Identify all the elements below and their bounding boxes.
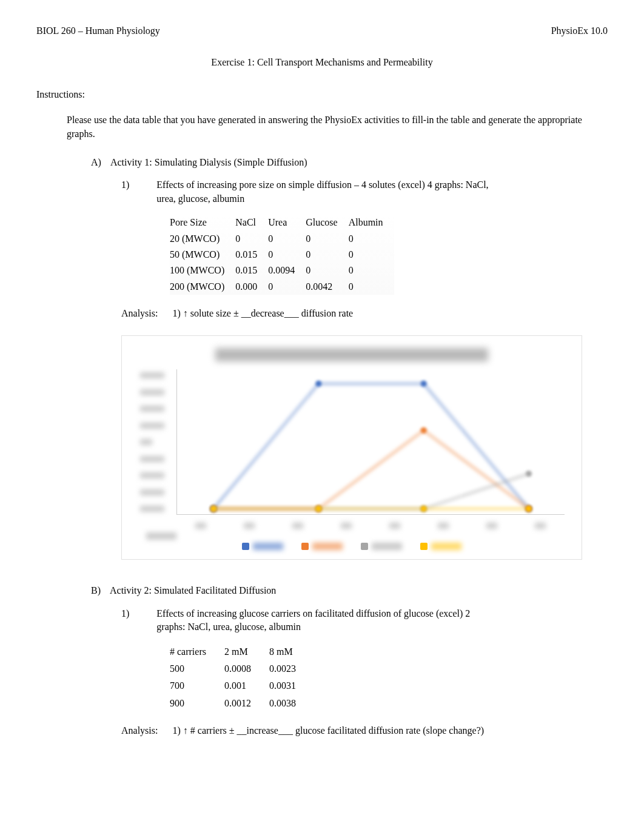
svg-point-12 — [210, 506, 216, 512]
cell: 0.0094 — [268, 263, 306, 278]
section-a-sub1-text: Effects of increasing pore size on simpl… — [156, 178, 490, 206]
course-header-right: PhysioEx 10.0 — [551, 24, 608, 38]
table-header-row: Pore Size NaCl Urea Glucose Albumin — [170, 215, 394, 230]
cell: 0.0031 — [269, 677, 314, 694]
exercise-title: Exercise 1: Cell Transport Mechanisms an… — [36, 56, 608, 69]
table-row: 20 (MWCO) 0 0 0 0 — [170, 231, 394, 247]
cell: 0 — [306, 263, 348, 278]
y-tick — [140, 423, 164, 429]
section-b-letter: B) — [91, 584, 101, 597]
cell: 0 — [349, 231, 394, 247]
analysis-a-text: 1) ↑ solute size ± __decrease___ diffusi… — [172, 308, 353, 318]
legend-label — [372, 543, 402, 550]
legend-item-albumin — [420, 543, 461, 550]
cell: 0.015 — [235, 247, 268, 263]
legend-label — [253, 543, 283, 550]
chart-svg — [177, 369, 565, 515]
cell: 0 — [268, 279, 306, 295]
x-tick — [389, 523, 400, 529]
svg-point-6 — [421, 428, 427, 434]
y-tick — [140, 439, 152, 445]
table-carriers: # carriers 2 mM 8 mM 500 0.0008 0.0023 7… — [170, 643, 314, 713]
chart-dialysis — [121, 335, 582, 560]
x-tick — [244, 523, 255, 529]
cell: 0.0038 — [269, 695, 314, 712]
svg-point-2 — [421, 381, 427, 387]
table-row: 200 (MWCO) 0.000 0 0.0042 0 — [170, 279, 394, 295]
y-tick — [140, 506, 164, 512]
chart-y-axis — [140, 372, 170, 512]
cell: 50 (MWCO) — [170, 247, 235, 263]
cell: 0 — [268, 247, 306, 263]
cell: 500 — [170, 660, 224, 677]
svg-point-13 — [315, 506, 321, 512]
chart-x-axis — [176, 523, 565, 529]
analysis-b-text: 1) ↑ # carriers ± __increase___ glucose … — [172, 725, 484, 736]
y-tick — [140, 456, 164, 462]
y-tick — [140, 406, 164, 412]
x-tick — [535, 523, 546, 529]
legend-marker-icon — [420, 543, 428, 550]
x-tick — [486, 523, 497, 529]
section-b-sub1-num: 1) — [121, 607, 129, 634]
th-carriers: # carriers — [170, 643, 224, 660]
analysis-a-label: Analysis: — [121, 308, 158, 318]
chart-plot-area — [176, 369, 565, 515]
table-pore-size: Pore Size NaCl Urea Glucose Albumin 20 (… — [170, 215, 394, 295]
x-tick — [292, 523, 303, 529]
instructions-text: Please use the data table that you have … — [67, 113, 608, 141]
table-header-row: # carriers 2 mM 8 mM — [170, 643, 314, 660]
legend-item-glucose — [361, 543, 402, 550]
cell: 0.0008 — [224, 660, 269, 677]
legend-item-urea — [301, 543, 343, 550]
cell: 0 — [306, 231, 348, 247]
section-a-title: Activity 1: Simulating Dialysis (Simple … — [110, 156, 307, 169]
x-tick — [438, 523, 449, 529]
svg-point-15 — [526, 506, 532, 512]
cell: 0.0042 — [306, 279, 348, 295]
cell: 0.000 — [235, 279, 268, 295]
cell: 200 (MWCO) — [170, 279, 235, 295]
th-8mm: 8 mM — [269, 643, 314, 660]
legend-marker-icon — [242, 543, 249, 550]
table-row: 500 0.0008 0.0023 — [170, 660, 314, 677]
svg-point-1 — [315, 381, 321, 387]
th-pore-size: Pore Size — [170, 215, 235, 230]
analysis-b-label: Analysis: — [121, 725, 158, 736]
section-a-sub1-num: 1) — [121, 178, 129, 206]
y-tick — [140, 472, 164, 478]
legend-label — [312, 543, 343, 550]
svg-point-14 — [421, 506, 427, 512]
chart-title-blurred — [215, 348, 488, 361]
cell: 0 — [235, 231, 268, 247]
legend-item-nacl — [242, 543, 283, 550]
cell: 0.001 — [224, 677, 269, 694]
y-tick — [140, 389, 164, 395]
cell: 0 — [349, 279, 394, 295]
th-glucose: Glucose — [306, 215, 348, 230]
section-b-title: Activity 2: Simulated Facilitated Diffus… — [110, 584, 276, 597]
table-row: 900 0.0012 0.0038 — [170, 695, 314, 712]
x-category-label — [146, 532, 176, 540]
cell: 0.0023 — [269, 660, 314, 677]
section-b-sub1-text: Effects of increasing glucose carriers o… — [156, 607, 490, 634]
y-tick — [140, 372, 164, 378]
table-row: 100 (MWCO) 0.015 0.0094 0 0 — [170, 263, 394, 278]
legend-label — [431, 543, 461, 550]
instructions-label: Instructions: — [36, 88, 608, 101]
cell: 100 (MWCO) — [170, 263, 235, 278]
th-nacl: NaCl — [235, 215, 268, 230]
course-header-left: BIOL 260 – Human Physiology — [36, 24, 160, 38]
cell: 700 — [170, 677, 224, 694]
cell: 20 (MWCO) — [170, 231, 235, 247]
cell: 0 — [306, 247, 348, 263]
legend-marker-icon — [361, 543, 368, 550]
legend-marker-icon — [301, 543, 309, 550]
x-tick — [195, 523, 206, 529]
chart-legend — [242, 543, 461, 550]
cell: 0.015 — [235, 263, 268, 278]
x-tick — [341, 523, 352, 529]
cell: 900 — [170, 695, 224, 712]
table-row: 700 0.001 0.0031 — [170, 677, 314, 694]
section-a-letter: A) — [91, 156, 101, 169]
